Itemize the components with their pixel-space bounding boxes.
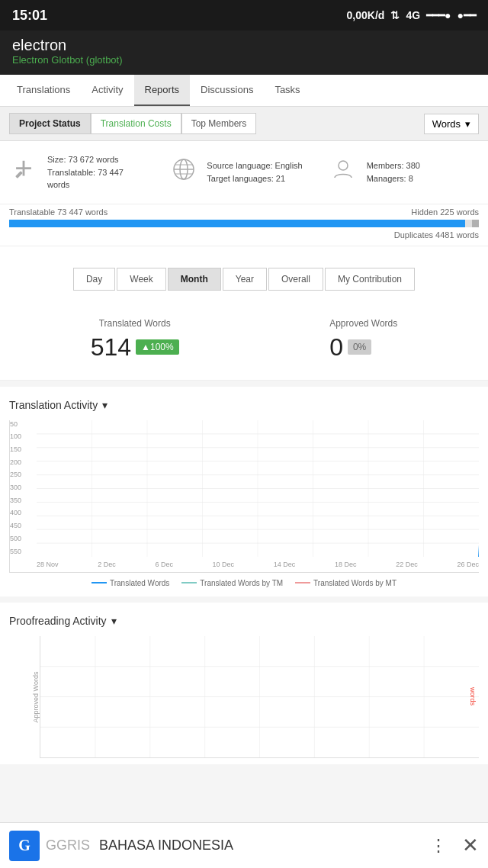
stat-size: Size: 73 672 words Translatable: 73 447 … [12,153,156,191]
legend-line-teal [181,582,197,583]
chart-y-labels: 550 500 450 400 350 300 250 200 150 100 … [10,420,37,557]
chevron-down-icon: ▾ [102,399,108,411]
chevron-down-icon: ▾ [465,118,470,130]
period-tab-overall[interactable]: Overall [268,268,323,291]
translated-words-stat: Translated Words 514 ▲100% [91,318,179,362]
proof-right-label: words [469,687,477,706]
period-tabs: Day Week Month Year Overall My Contribut… [6,256,482,300]
stat-language-text: Source language: English Target language… [207,159,302,185]
translatable-label: Translatable 73 447 words [9,207,108,217]
translated-badge: ▲100% [136,339,179,355]
word-stats-section: Translated Words 514 ▲100% Approved Word… [0,306,488,381]
translation-activity-header: Translation Activity ▾ [9,399,479,411]
proofreading-chart-wrapper: words Approved Words [40,636,479,758]
status-bar: 15:01 0,00K/d ⇅ 4G ━━━● ●━━ [0,0,488,31]
stat-members: Members: 380 Managers: 8 [332,153,476,191]
progress-labels: Translatable 73 447 words Hidden 225 wor… [9,207,479,217]
globe-icon [172,157,199,187]
progress-section: Translatable 73 447 words Hidden 225 wor… [0,204,488,246]
svg-rect-0 [15,171,23,178]
period-tab-month[interactable]: Month [168,268,221,291]
chart-area [37,420,479,557]
wrench-icon [12,158,40,186]
legend-translated-tm: Translated Words by TM [181,579,283,587]
approved-badge: 0% [348,339,371,355]
legend-line-blue [92,582,107,583]
nav-tabs: Translations Activity Reports Discussion… [0,75,488,107]
translation-activity-section: Translation Activity ▾ 550 500 450 400 3… [0,387,488,596]
duplicates-label: Duplicates 4481 words [9,230,479,240]
connectivity-label: 4G [406,9,420,21]
words-dropdown[interactable]: Words ▾ [424,114,479,134]
subtab-project-status[interactable]: Project Status [9,113,91,134]
chart-x-labels: 28 Nov 2 Dec 6 Dec 10 Dec 14 Dec 18 Dec … [37,557,479,572]
stat-language: Source language: English Target language… [172,153,316,191]
stat-members-text: Members: 380 Managers: 8 [367,159,420,185]
legend-translated-mt: Translated Words by MT [295,579,396,587]
translation-chart: 550 500 450 400 350 300 250 200 150 100 … [9,420,479,573]
proof-chart-svg [40,636,479,757]
progress-bar [9,220,479,227]
progress-fill [9,220,465,227]
subtab-translation-costs[interactable]: Translation Costs [91,113,181,134]
translated-words-value: 514 ▲100% [91,333,179,362]
app-subtitle: Electron Glotbot (glotbot) [12,54,476,66]
person-icon [332,158,359,186]
tab-reports[interactable]: Reports [134,75,191,106]
time-display: 15:01 [12,8,47,24]
words-dropdown-label: Words [432,118,461,130]
app-header: electron Electron Glotbot (glotbot) [0,31,488,75]
stats-section: Size: 73 672 words Translatable: 73 447 … [0,141,488,204]
approved-words-stat: Approved Words 0 0% [329,318,397,362]
proofreading-chart: words [40,636,479,758]
legend-translated-words: Translated Words [92,579,169,587]
subtab-top-members[interactable]: Top Members [181,113,257,134]
period-tabs-container: Day Week Month Year Overall My Contribut… [0,246,488,306]
proofreading-activity-title: Proofreading Activity [9,615,107,627]
chart-svg [37,420,479,557]
proofreading-activity-section: Proofreading Activity ▾ words Approved W… [0,603,488,764]
proof-y-axis-label: Approved Words [32,671,40,722]
legend-line-red [295,582,310,583]
hidden-label: Hidden 225 words [411,207,479,217]
status-right: 0,00K/d ⇅ 4G ━━━● ●━━ [347,9,476,21]
translated-words-label: Translated Words [91,318,179,329]
tab-translations[interactable]: Translations [6,75,81,106]
signal-icon: ⇅ [390,9,400,21]
progress-hidden [472,220,479,227]
period-tab-week[interactable]: Week [117,268,165,291]
network-speed: 0,00K/d [347,9,385,21]
svg-point-6 [339,161,348,170]
chart-legend: Translated Words Translated Words by TM … [9,573,479,590]
sub-tabs: Project Status Translation Costs Top Mem… [0,107,488,141]
chevron-down-icon: ▾ [111,615,117,627]
period-tab-my-contribution[interactable]: My Contribution [325,268,415,291]
tab-activity[interactable]: Activity [81,75,133,106]
tab-discussions[interactable]: Discussions [190,75,264,106]
stat-size-text: Size: 73 672 words Translatable: 73 447 … [47,153,124,191]
wifi-icon: ━━━● [426,9,451,21]
tab-tasks[interactable]: Tasks [264,75,310,106]
period-tab-year[interactable]: Year [223,268,267,291]
period-tab-day[interactable]: Day [73,268,115,291]
battery-icon: ●━━ [458,9,476,21]
proofreading-activity-header: Proofreading Activity ▾ [9,615,479,627]
approved-words-value: 0 0% [329,333,397,362]
app-name: electron [12,37,476,54]
approved-words-label: Approved Words [329,318,397,329]
translation-activity-title: Translation Activity [9,399,98,411]
